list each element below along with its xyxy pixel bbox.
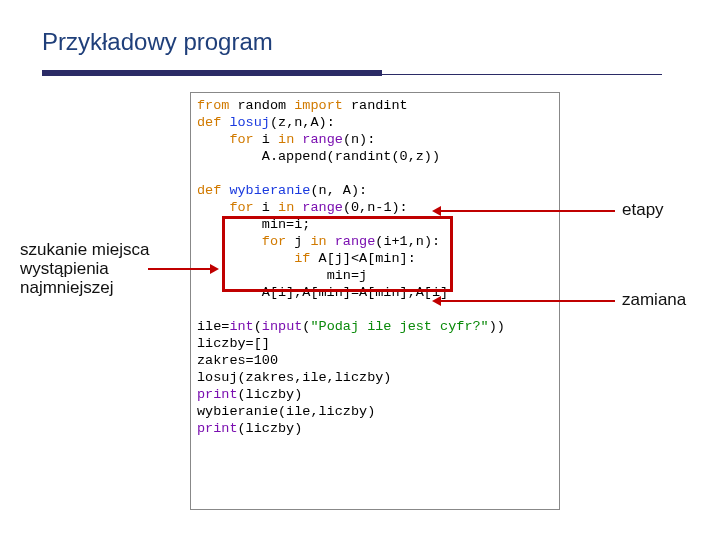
arrow-zamiana-head: [432, 296, 441, 306]
kw-def: def: [197, 115, 221, 130]
fn-wybieranie: wybieranie: [229, 183, 310, 198]
annot-zamiana: zamiana: [622, 290, 686, 310]
title-underline: [42, 70, 382, 76]
kw-import: import: [294, 98, 343, 113]
fn-losuj: losuj: [229, 115, 270, 130]
page-title: Przykładowy program: [42, 28, 273, 56]
arrow-left: [148, 268, 210, 270]
kw-from: from: [197, 98, 229, 113]
arrow-left-head: [210, 264, 219, 274]
title-underline-thin: [382, 74, 662, 75]
arrow-etapy: [440, 210, 615, 212]
arrow-zamiana: [440, 300, 615, 302]
arrow-etapy-head: [432, 206, 441, 216]
annot-etapy: etapy: [622, 200, 664, 220]
